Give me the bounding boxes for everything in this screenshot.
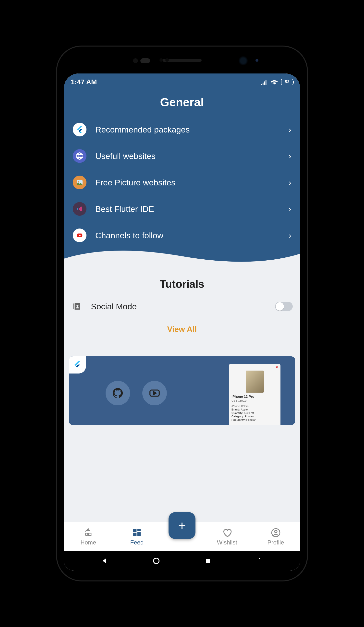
status-right: 53 <box>260 79 293 85</box>
youtube-icon <box>73 228 87 242</box>
social-mode-row: Social Mode <box>64 296 300 317</box>
tutorials-title: Tutorials <box>64 275 300 296</box>
status-bar: 1:47 AM 53 <box>64 73 300 91</box>
youtube-play-icon <box>142 381 167 405</box>
heart-icon: ♥ <box>276 365 278 369</box>
svg-rect-8 <box>133 529 136 532</box>
flutter-badge-icon <box>69 356 86 373</box>
android-nav-bar <box>64 551 300 571</box>
plus-icon: + <box>178 518 186 533</box>
list-label: Free Picture websites <box>95 178 280 187</box>
bottom-nav: Home Feed Wishlist Profile <box>64 522 300 551</box>
accessibility-button[interactable] <box>254 555 266 567</box>
picture-icon <box>73 176 87 189</box>
nav-label: Wishlist <box>217 539 237 546</box>
chevron-right-icon: › <box>289 231 291 240</box>
nav-wishlist[interactable]: Wishlist <box>210 527 244 546</box>
list-label: Channels to follow <box>95 231 280 240</box>
list-item-useful-websites[interactable]: Usefull websites › <box>64 143 300 169</box>
back-button[interactable] <box>99 555 111 567</box>
globe-icon <box>73 149 87 163</box>
svg-point-3 <box>78 181 79 182</box>
svg-rect-11 <box>133 533 136 536</box>
svg-point-14 <box>153 558 159 564</box>
tutorial-card[interactable]: ←♥ iPhone 12 Pro US $ 1300.0 iPhone 12 P… <box>69 356 295 425</box>
product-preview: ←♥ iPhone 12 Pro US $ 1300.0 iPhone 12 P… <box>229 364 280 425</box>
nav-label: Profile <box>267 539 284 546</box>
social-mode-label: Social Mode <box>91 302 266 311</box>
svg-rect-15 <box>206 559 210 563</box>
home-button[interactable] <box>150 555 162 567</box>
profile-icon <box>270 527 281 538</box>
list-item-free-picture-websites[interactable]: Free Picture websites › <box>64 169 300 196</box>
list-item-best-flutter-ide[interactable]: Best Flutter IDE › <box>64 196 300 222</box>
list-label: Best Flutter IDE <box>95 204 280 214</box>
tutorials-section: Tutorials Social Mode View All <box>64 268 300 425</box>
feed-icon <box>132 527 142 538</box>
signal-icon <box>260 79 268 85</box>
list-label: Recommended packages <box>95 125 280 134</box>
status-time: 1:47 AM <box>71 78 97 86</box>
chevron-right-icon: › <box>289 125 291 134</box>
nav-home[interactable]: Home <box>71 527 105 546</box>
contact-icon <box>71 301 82 312</box>
svg-point-13 <box>275 530 277 533</box>
home-icon <box>83 527 94 538</box>
svg-rect-9 <box>137 529 141 531</box>
chevron-right-icon: › <box>289 178 291 187</box>
general-section: General Recommended packages › Usefull w… <box>64 91 300 268</box>
svg-point-16 <box>259 558 260 559</box>
chevron-right-icon: › <box>289 205 291 213</box>
general-title: General <box>64 91 300 116</box>
nav-label: Feed <box>130 539 144 546</box>
svg-rect-10 <box>137 532 141 536</box>
nav-feed[interactable]: Feed <box>120 527 154 546</box>
svg-rect-7 <box>89 533 91 535</box>
vscode-icon <box>73 202 87 216</box>
flutter-icon <box>73 123 87 136</box>
list-label: Usefull websites <box>95 151 280 161</box>
add-button[interactable]: + <box>168 512 196 539</box>
heart-icon <box>222 527 232 538</box>
view-all-link[interactable]: View All <box>64 317 300 342</box>
svg-point-6 <box>86 533 88 535</box>
chevron-right-icon: › <box>289 152 291 161</box>
nav-profile[interactable]: Profile <box>259 527 293 546</box>
list-item-recommended-packages[interactable]: Recommended packages › <box>64 116 300 143</box>
nav-label: Home <box>80 539 96 546</box>
github-icon <box>105 381 130 405</box>
wifi-icon <box>271 79 278 85</box>
recent-button[interactable] <box>202 555 214 567</box>
battery-icon: 53 <box>281 79 293 85</box>
social-mode-toggle[interactable] <box>275 302 293 311</box>
